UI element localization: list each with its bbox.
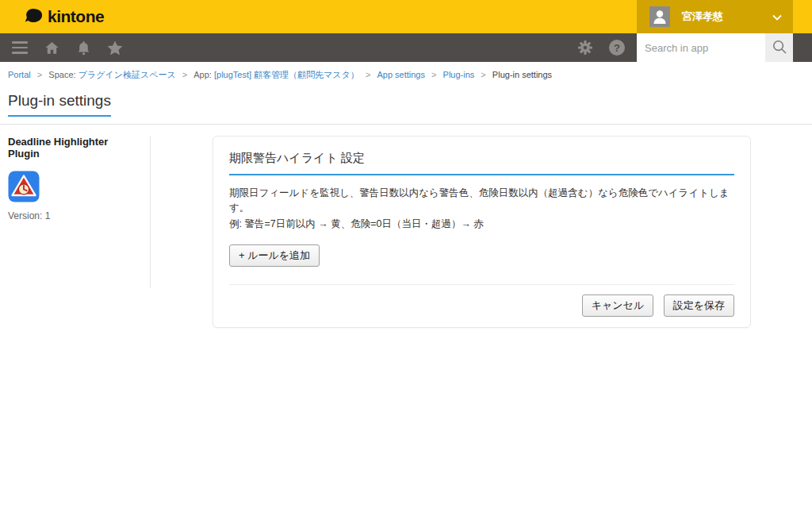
- settings-card: 期限警告ハイライト 設定 期限日フィールドを監視し、警告日数以内なら警告色、危険…: [213, 136, 751, 328]
- save-settings-button[interactable]: 設定を保存: [664, 294, 734, 317]
- search-icon: [772, 39, 787, 57]
- home-icon[interactable]: [44, 40, 59, 56]
- breadcrumb-separator: >: [37, 70, 42, 79]
- menu-icon[interactable]: [12, 40, 28, 56]
- settings-panel: 期限警告ハイライト 設定 期限日フィールドを監視し、警告日数以内なら警告色、危険…: [213, 136, 751, 328]
- breadcrumb-separator: >: [182, 70, 187, 79]
- breadcrumb-portal[interactable]: Portal: [8, 70, 31, 79]
- user-menu[interactable]: 宮澤孝慈: [637, 0, 793, 33]
- breadcrumb-separator: >: [481, 70, 485, 79]
- plugin-icon: [8, 171, 40, 202]
- kintone-logo-text: kintone: [48, 7, 104, 26]
- plugin-info-panel: Deadline Highlighter Plugin Version: 1: [0, 136, 151, 288]
- breadcrumb-separator: >: [366, 70, 370, 79]
- breadcrumb-space[interactable]: プラグイン検証スペース: [79, 70, 176, 79]
- breadcrumb-plugins[interactable]: Plug-ins: [443, 70, 475, 79]
- heading-accent-rule: [229, 174, 734, 175]
- breadcrumb-app-settings[interactable]: App settings: [377, 70, 425, 79]
- description-line-2: 例: 警告=7日前以内 → 黄、危険=0日（当日・超過）→ 赤: [229, 217, 734, 232]
- footer-divider: [229, 284, 734, 285]
- settings-description: 期限日フィールドを監視し、警告日数以内なら警告色、危険日数以内（超過含む）なら危…: [229, 186, 734, 232]
- global-toolbar: ?: [0, 33, 812, 62]
- content-area: Deadline Highlighter Plugin Version: 1 期…: [0, 125, 812, 328]
- favorites-star-icon[interactable]: [107, 40, 123, 56]
- chevron-down-icon: [772, 10, 782, 24]
- search-button[interactable]: [765, 33, 793, 62]
- app-header: kintone 宮澤孝慈: [0, 0, 812, 33]
- page-title: Plug-in settings: [8, 92, 111, 117]
- app-search: [637, 33, 793, 62]
- plugin-version: Version: 1: [8, 210, 142, 221]
- description-line-1: 期限日フィールドを監視し、警告日数以内なら警告色、危険日数以内（超過含む）なら危…: [229, 186, 734, 217]
- breadcrumb-space-prefix: Space:: [48, 70, 75, 79]
- breadcrumb-current: Plug-in settings: [492, 70, 552, 79]
- settings-gear-icon[interactable]: [577, 40, 593, 56]
- kintone-logo-icon: [24, 7, 44, 27]
- notifications-bell-icon[interactable]: [75, 40, 91, 56]
- breadcrumb: Portal > Space: プラグイン検証スペース > App: [plug…: [0, 62, 812, 84]
- cancel-button[interactable]: キャンセル: [582, 294, 654, 317]
- user-avatar-icon: [649, 6, 670, 27]
- add-rule-button[interactable]: + ルールを追加: [229, 244, 320, 267]
- card-footer: キャンセル 設定を保存: [229, 294, 734, 317]
- plugin-name: Deadline Highlighter Plugin: [8, 136, 142, 160]
- kintone-logo[interactable]: kintone: [24, 7, 104, 27]
- help-icon[interactable]: ?: [609, 40, 625, 56]
- breadcrumb-separator: >: [431, 70, 436, 79]
- settings-heading: 期限警告ハイライト 設定: [229, 151, 734, 166]
- breadcrumb-app[interactable]: [plugTest] 顧客管理（顧問先マスタ）: [214, 70, 359, 79]
- breadcrumb-app-prefix: App:: [193, 70, 212, 79]
- user-name: 宮澤孝慈: [682, 10, 772, 24]
- search-input[interactable]: [637, 33, 765, 62]
- title-block: Plug-in settings: [0, 84, 812, 117]
